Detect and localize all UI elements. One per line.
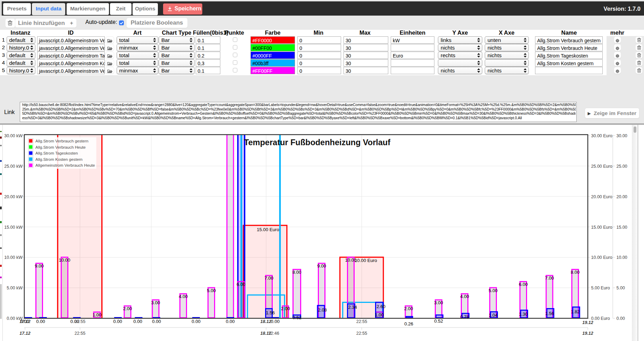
svg-text:30.00 kW: 30.00 kW — [4, 133, 23, 138]
svg-text:Allg.Strom Verbrauch Heute: Allg.Strom Verbrauch Heute — [35, 145, 86, 149]
svg-text:6.00: 6.00 — [237, 282, 246, 287]
svg-text:25.00 Euro: 25.00 Euro — [591, 164, 612, 169]
svg-text:Allgemeinstrom Verbrauch Heute: Allgemeinstrom Verbrauch Heute — [35, 163, 95, 167]
svg-text:1.00: 1.00 — [93, 312, 102, 317]
svg-text:9.00: 9.00 — [35, 263, 44, 269]
svg-text:20.00 kW: 20.00 kW — [4, 194, 23, 199]
svg-text:22:55: 22:55 — [356, 331, 367, 336]
svg-text:0.52: 0.52 — [434, 318, 443, 324]
svg-text:4.00: 4.00 — [460, 294, 469, 299]
svg-text:0.00: 0.00 — [271, 319, 280, 324]
svg-text:5.00 Euro: 5.00 Euro — [591, 286, 610, 290]
svg-text:15.00 Euro: 15.00 Euro — [591, 225, 612, 230]
svg-text:0.00: 0.00 — [226, 319, 235, 324]
svg-text:18.12: 18.12 — [260, 319, 271, 324]
svg-text:7.00: 7.00 — [545, 276, 554, 281]
svg-text:8.00: 8.00 — [571, 270, 580, 275]
svg-text:Allg.Strom Kosten gestern: Allg.Strom Kosten gestern — [35, 157, 83, 161]
svg-text:1.56: 1.56 — [266, 310, 275, 315]
svg-text:10.00 Euro: 10.00 Euro — [591, 255, 612, 260]
svg-text:0.00: 0.00 — [192, 319, 201, 324]
svg-text:5.00 kW: 5.00 kW — [7, 286, 23, 290]
svg-text:1.04: 1.04 — [489, 313, 498, 318]
svg-text:2.08: 2.08 — [318, 307, 327, 313]
svg-text:0.52: 0.52 — [293, 315, 302, 320]
svg-text:19.12: 19.12 — [582, 320, 593, 325]
svg-text:3.00: 3.00 — [434, 300, 443, 305]
svg-text:Temperatur Fußbodenheizung Vor: Temperatur Fußbodenheizung Vorlauf — [244, 138, 390, 147]
svg-text:2.00: 2.00 — [123, 306, 132, 311]
svg-text:0.00: 0.00 — [36, 319, 45, 324]
svg-text:9.00: 9.00 — [317, 263, 326, 269]
svg-text:17.12: 17.12 — [19, 331, 30, 336]
svg-text:30.00 Euro: 30.00 Euro — [591, 133, 612, 138]
svg-text:2.34: 2.34 — [348, 305, 357, 310]
svg-text:10.00 Euro: 10.00 Euro — [355, 258, 377, 263]
svg-text:0.00: 0.00 — [617, 316, 625, 321]
svg-text:25.00: 25.00 — [617, 164, 627, 169]
svg-text:17.12: 17.12 — [19, 319, 30, 324]
svg-text:20.00: 20.00 — [617, 194, 627, 199]
svg-text:22:55: 22:55 — [75, 319, 85, 324]
svg-text:10.00 kW: 10.00 kW — [4, 255, 23, 260]
svg-text:10.00: 10.00 — [617, 255, 627, 260]
svg-text:0.00: 0.00 — [113, 319, 122, 324]
svg-text:0.26: 0.26 — [404, 321, 413, 326]
svg-text:15.00 kW: 15.00 kW — [4, 225, 23, 230]
svg-text:22:55: 22:55 — [356, 319, 367, 324]
svg-text:5.00: 5.00 — [207, 288, 216, 293]
svg-text:5.00: 5.00 — [617, 286, 625, 290]
svg-text:7.00: 7.00 — [264, 276, 273, 281]
svg-text:5.00: 5.00 — [489, 288, 498, 293]
svg-text:4.00: 4.00 — [179, 294, 188, 299]
svg-text:1.30: 1.30 — [519, 312, 528, 317]
svg-text:10.00: 10.00 — [59, 257, 70, 263]
svg-text:25.00 kW: 25.00 kW — [4, 164, 23, 169]
svg-text:12:46: 12:46 — [268, 331, 279, 336]
svg-text:0.00: 0.00 — [133, 319, 142, 324]
svg-text:0.78: 0.78 — [460, 314, 469, 320]
svg-text:15.00: 15.00 — [617, 225, 627, 230]
svg-text:Allg.Strom Verbrauch gestern: Allg.Strom Verbrauch gestern — [35, 139, 88, 143]
svg-text:0.00: 0.00 — [152, 319, 161, 324]
svg-text:2.00: 2.00 — [404, 306, 413, 311]
svg-text:30.00: 30.00 — [617, 133, 627, 138]
svg-text:1.56: 1.56 — [545, 311, 554, 316]
svg-text:0.00 Euro: 0.00 Euro — [591, 316, 610, 321]
svg-text:19.12: 19.12 — [582, 331, 593, 336]
svg-text:22:55: 22:55 — [75, 331, 85, 336]
svg-text:1.00: 1.00 — [375, 312, 384, 317]
svg-text:1.82: 1.82 — [571, 309, 580, 314]
svg-text:2.00: 2.00 — [281, 306, 290, 311]
svg-text:8.00: 8.00 — [293, 270, 302, 275]
svg-text:6.00: 6.00 — [519, 282, 528, 287]
svg-text:15.00 Euro: 15.00 Euro — [257, 227, 279, 232]
svg-text:3.00: 3.00 — [151, 300, 160, 305]
svg-text:20.00 Euro: 20.00 Euro — [591, 194, 612, 199]
svg-text:Allg.Strom Tageskosten: Allg.Strom Tageskosten — [35, 151, 78, 155]
svg-text:2.60: 2.60 — [376, 304, 385, 309]
